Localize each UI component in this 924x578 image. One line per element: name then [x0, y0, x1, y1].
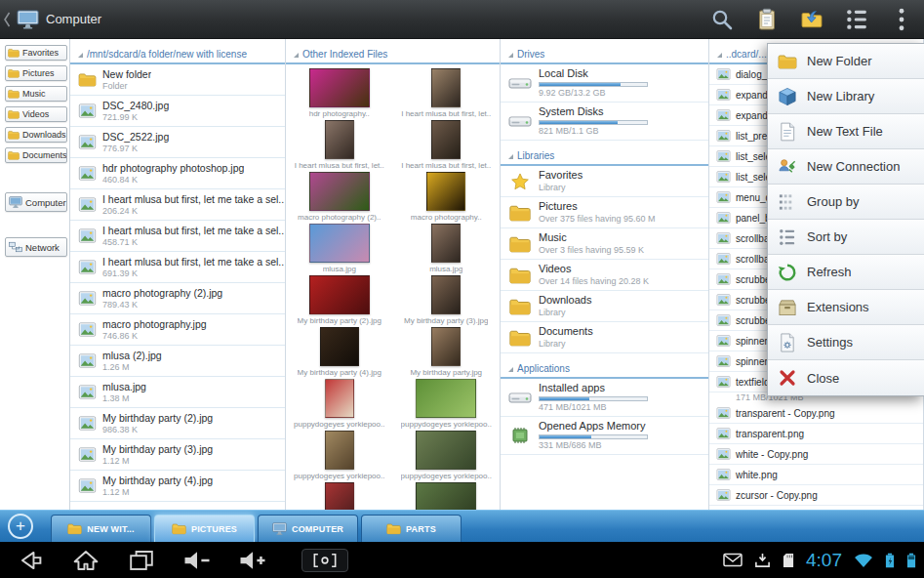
tab-pictures[interactable]: PICTURES: [154, 515, 255, 542]
file-name: white.png: [736, 470, 778, 480]
drive-item-local-disk[interactable]: Local Disk9.92 GB/13.2 GB: [501, 64, 708, 103]
file-row[interactable]: transparent.png: [709, 424, 923, 444]
menu-item-new-library[interactable]: New Library: [768, 79, 924, 114]
drive-item-music[interactable]: MusicOver 3 files having 95.59 K: [501, 228, 708, 260]
clock[interactable]: 4:07: [806, 551, 842, 569]
sidebar-item-computer[interactable]: Computer: [5, 192, 67, 212]
menu-item-new-text-file[interactable]: New Text File: [768, 114, 924, 149]
image-file-icon: [78, 322, 97, 337]
thumbnail-item[interactable]: puppydogeyes yorkiepoo..: [393, 377, 501, 429]
thumbnail-item[interactable]: puppydogeyes yorkiepoo..: [286, 429, 393, 480]
drive-item-videos[interactable]: VideosOver 14 files having 20.28 K: [501, 260, 708, 291]
section-header-applications[interactable]: Applications: [501, 353, 708, 379]
nav-home-button[interactable]: [71, 549, 100, 572]
thumbnail-item[interactable]: macro photography (2)..: [286, 170, 393, 222]
file-row[interactable]: zcursor - Copy.png: [709, 485, 923, 506]
drive-item-favorites[interactable]: FavoritesLibrary: [501, 166, 708, 197]
file-row[interactable]: DSC_2522.jpg776.97 K: [70, 127, 285, 158]
drive-item-opened-apps-memory[interactable]: Opened Apps Memory331 MB/686 MB: [501, 417, 708, 455]
screenshot-button[interactable]: [301, 549, 348, 572]
tab-label: NEW WIT...: [87, 524, 135, 534]
thumbnail-item[interactable]: mlusa.jpg: [393, 222, 501, 273]
section-header-label: Drives: [517, 49, 544, 60]
drive-item-pictures[interactable]: PicturesOver 375 files having 95.60 M: [501, 197, 708, 228]
sidebar-item-label: Videos: [22, 109, 49, 119]
file-row[interactable]: macro photography (2).jpg789.43 K: [70, 283, 285, 314]
image-file-icon: [716, 489, 731, 501]
thumbnail-item[interactable]: My birthday party (3).jpg: [393, 273, 501, 325]
thumbnail-item[interactable]: My birthday party (2).jpg: [286, 273, 393, 325]
sidebar-item-network[interactable]: Network: [5, 237, 67, 257]
status-tray[interactable]: 4:07: [723, 551, 924, 569]
sidebar-item-documents[interactable]: Documents: [5, 147, 67, 163]
thumbnail-item[interactable]: hdr photography..: [286, 66, 393, 118]
file-list-header[interactable]: /mnt/sdcard/a folder/new with license: [70, 39, 285, 64]
thumbnail-item[interactable]: I heart mlusa but first, let..: [286, 118, 393, 170]
file-row[interactable]: white.png: [709, 465, 923, 485]
section-header-drives[interactable]: Drives: [501, 39, 708, 64]
overflow-menu-button[interactable]: [879, 0, 924, 38]
thumbnail-item[interactable]: [393, 480, 501, 510]
tab-parts[interactable]: PARTS: [361, 515, 462, 542]
menu-item-group-by[interactable]: Group by: [768, 185, 924, 220]
file-row[interactable]: hdr photography photoshop.jpg460.84 K: [70, 158, 285, 189]
sidebar-item-favorites[interactable]: Favorites: [5, 45, 67, 61]
tab-computer[interactable]: COMPUTER: [258, 515, 358, 542]
drive-item-system-disks[interactable]: System Disks821 MB/1.1 GB: [501, 103, 708, 141]
thumbnail-item[interactable]: [286, 480, 393, 510]
thumbnail-item[interactable]: puppydogeyes yorkiepoo..: [286, 377, 393, 429]
file-row[interactable]: My birthday party (4).jpg1.12 M: [70, 471, 285, 502]
image-file-icon: [716, 294, 731, 306]
file-row[interactable]: mlusa.jpg1.38 M: [70, 377, 285, 408]
nav-recents-button[interactable]: [127, 549, 156, 572]
file-row[interactable]: I heart mlusa but first, let me take a s…: [70, 252, 285, 283]
file-row[interactable]: My birthday party (2).jpg986.38 K: [70, 408, 285, 439]
nav-back-button[interactable]: [16, 549, 45, 572]
file-row[interactable]: white - Copy.png: [709, 444, 923, 465]
thumbnail-item[interactable]: I heart mlusa but first, let..: [393, 118, 501, 170]
menu-item-extensions[interactable]: Extensions: [768, 290, 924, 325]
thumbnail-item[interactable]: puppydogeyes yorkiepoo..: [393, 429, 501, 480]
file-row[interactable]: DSC_2480.jpg721.99 K: [70, 96, 285, 127]
drive-item-installed-apps[interactable]: Installed apps471 MB/1021 MB: [501, 379, 708, 417]
file-row[interactable]: transparent - Copy.png: [709, 403, 923, 424]
view-options-button[interactable]: [834, 0, 879, 38]
drive-item-downloads[interactable]: DownloadsLibrary: [501, 291, 708, 322]
thumbnail-item[interactable]: My birthday party (4).jpg: [286, 325, 393, 377]
battery-icon: [906, 553, 916, 568]
drive-item-documents[interactable]: DocumentsLibrary: [501, 322, 708, 353]
sidebar-item-pictures[interactable]: Pictures: [5, 65, 67, 81]
file-row[interactable]: mlusa (2).jpg1.26 M: [70, 346, 285, 377]
menu-item-new-folder[interactable]: New Folder: [768, 44, 924, 79]
sidebar-item-downloads[interactable]: Downloads: [5, 127, 67, 143]
thumbnail-item[interactable]: macro photography..: [393, 170, 501, 222]
sidebar-item-music[interactable]: Music: [5, 86, 67, 102]
menu-item-refresh[interactable]: Refresh: [768, 255, 924, 290]
paste-button[interactable]: [744, 0, 789, 38]
file-row[interactable]: My birthday party (3).jpg1.12 M: [70, 439, 285, 471]
tab-new-wit[interactable]: NEW WIT...: [51, 515, 151, 542]
volume-up-button[interactable]: [238, 549, 267, 572]
thumbnail-item[interactable]: My birthday party.jpg: [393, 325, 501, 377]
sidebar-item-videos[interactable]: Videos: [5, 106, 67, 122]
search-button[interactable]: [700, 0, 744, 38]
thumbnail-item[interactable]: mlusa.jpg: [286, 222, 393, 273]
menu-item-new-connection[interactable]: New Connection: [768, 149, 924, 185]
file-row[interactable]: I heart mlusa but first, let me take a s…: [70, 221, 285, 252]
menu-item-close[interactable]: Close: [768, 360, 924, 395]
drive-name: Videos: [539, 263, 649, 276]
volume-down-button[interactable]: [182, 549, 212, 572]
new-folder-button[interactable]: [789, 0, 834, 38]
add-tab-button[interactable]: +: [8, 514, 33, 539]
indexed-files-header[interactable]: Other Indexed Files: [286, 39, 500, 64]
file-row[interactable]: I heart mlusa but first, let me take a s…: [70, 189, 285, 221]
menu-item-settings[interactable]: Settings: [768, 325, 924, 360]
file-row[interactable]: New folderFolder: [70, 64, 285, 96]
image-file-icon: [716, 253, 731, 265]
thumbnail-image: [416, 379, 476, 418]
file-row[interactable]: macro photography.jpg746.86 K: [70, 314, 285, 346]
menu-item-sort-by[interactable]: Sort by: [768, 220, 924, 255]
thumbnail-item[interactable]: I heart mlusa but first, let..: [393, 66, 501, 118]
section-header-libraries[interactable]: Libraries: [501, 141, 708, 166]
up-navigation-button[interactable]: Computer: [0, 0, 113, 38]
